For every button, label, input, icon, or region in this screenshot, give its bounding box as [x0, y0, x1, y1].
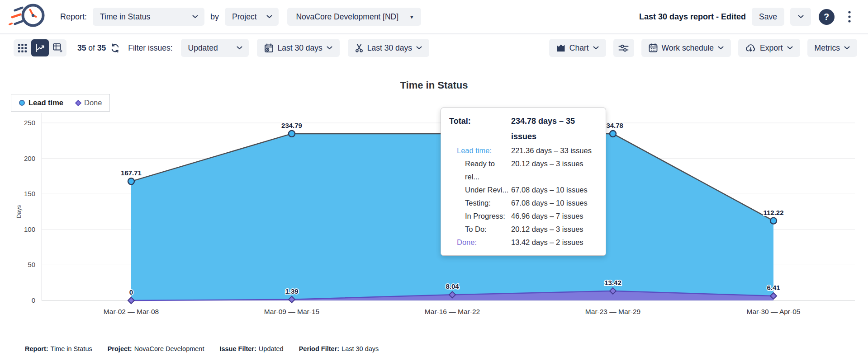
count-current: 35 — [77, 43, 86, 52]
svg-text:100: 100 — [24, 225, 35, 233]
svg-text:200: 200 — [24, 155, 35, 162]
footer-project: Project:NovaCore Development — [108, 345, 204, 352]
chevron-down-icon — [192, 15, 198, 19]
done-marker-icon — [75, 99, 81, 106]
svg-text:50: 50 — [28, 261, 35, 268]
kebab-menu-icon — [848, 11, 851, 23]
svg-text:112.22: 112.22 — [763, 209, 783, 216]
svg-text:Mar-23 — Mar-29: Mar-23 — Mar-29 — [585, 308, 640, 315]
svg-text:150: 150 — [24, 190, 35, 197]
chevron-down-icon — [718, 46, 724, 50]
chevron-down-icon — [266, 15, 272, 19]
tooltip-value: 46.96 days – 7 issues — [511, 210, 598, 223]
tooltip-value: 221.36 days – 33 issues — [511, 144, 598, 157]
tooltip-row-in-progress: In Progress: 46.96 days – 7 issues — [449, 210, 598, 223]
tooltip-label: Done: — [449, 236, 511, 249]
project-value: NovaCore Development [ND] — [296, 12, 398, 22]
chart-type-value: Chart — [569, 43, 589, 53]
export-value: Export — [760, 43, 783, 53]
app-root: Report: Time in Status by Project NovaCo… — [0, 0, 868, 361]
tooltip-value: 20.12 days – 3 issues — [511, 157, 598, 183]
refresh-icon — [110, 43, 120, 53]
chart-settings-button[interactable] — [613, 39, 634, 57]
tooltip-value: 20.12 days – 3 issues — [511, 223, 598, 236]
tooltip-value: 67.08 days – 10 issues — [511, 183, 598, 197]
chevron-down-icon — [844, 46, 850, 50]
tooltip-label: Ready to rel... — [449, 157, 511, 183]
chart-type-select[interactable]: Chart — [549, 39, 606, 57]
legend-item-done[interactable]: Done — [76, 98, 102, 107]
footer-issue-filter: Issue Filter:Updated — [219, 345, 283, 352]
tooltip-label: Testing: — [449, 197, 511, 210]
footer-label: Project: — [108, 345, 132, 352]
question-mark-icon: ? — [819, 9, 835, 25]
triangle-down-icon: ▾ — [410, 14, 413, 20]
tooltip-row-ready-to-release: Ready to rel... 20.12 days – 3 issues — [449, 157, 598, 183]
issue-filter-value: Updated — [188, 43, 218, 53]
tooltip-row-to-do: To Do: 20.12 days – 3 issues — [449, 223, 598, 236]
svg-text:Days: Days — [15, 205, 22, 218]
work-schedule-select[interactable]: Work schedule — [641, 39, 731, 57]
svg-text:8.04: 8.04 — [446, 282, 459, 290]
chart-view-button[interactable] — [31, 39, 49, 56]
svg-text:234.79: 234.79 — [281, 122, 302, 129]
view-switcher — [14, 39, 66, 56]
issue-filter-select[interactable]: Updated — [181, 39, 249, 57]
help-button[interactable]: ? — [817, 8, 836, 26]
lead-time-marker-icon — [19, 100, 25, 106]
sliders-icon — [618, 44, 629, 52]
svg-text:1.39: 1.39 — [285, 287, 298, 295]
save-button[interactable]: Save — [752, 8, 784, 26]
tooltip-label: Under Revi... — [449, 183, 511, 197]
time-in-status-chart[interactable]: 050100150200250DaysMar-02 — Mar-08Mar-09… — [0, 95, 868, 330]
group-by-select[interactable]: Project — [225, 8, 279, 26]
footer-value: Updated — [259, 345, 284, 352]
scissors-icon — [355, 43, 363, 52]
list-view-button[interactable] — [14, 39, 31, 56]
group-by-value: Project — [232, 12, 256, 22]
report-type-select[interactable]: Time in Status — [93, 8, 204, 26]
chevron-down-icon — [787, 46, 793, 50]
period-filter-select[interactable]: Last 30 days — [257, 39, 340, 57]
footer-value: Time in Status — [51, 345, 92, 352]
footer-report: Report:Time in Status — [25, 345, 92, 352]
save-options-button[interactable] — [790, 8, 811, 26]
tooltip-label: Lead time: — [449, 144, 511, 157]
chevron-down-icon — [798, 15, 804, 19]
tooltip-row-testing: Testing: 67.08 days – 10 issues — [449, 197, 598, 210]
tooltip-value: 67.08 days – 10 issues — [511, 197, 598, 210]
footer-label: Period Filter: — [299, 345, 339, 352]
report-label: Report: — [60, 12, 87, 22]
pivot-view-button[interactable] — [49, 39, 66, 56]
footer-value: NovaCore Development — [134, 345, 204, 352]
chart-legend: Lead time Done — [11, 94, 110, 112]
count-of: of — [88, 43, 95, 52]
tooltip-value: 13.42 days – 2 issues — [511, 236, 598, 249]
svg-text:0: 0 — [129, 288, 133, 296]
export-select[interactable]: Export — [738, 39, 800, 57]
calendar-clock-icon — [264, 43, 274, 53]
grid-view-icon — [18, 44, 27, 52]
trim-period-select[interactable]: Last 30 days — [348, 39, 429, 57]
metrics-value: Metrics — [815, 43, 840, 53]
project-select[interactable]: NovaCore Development [ND] ▾ — [287, 8, 421, 26]
metrics-select[interactable]: Metrics — [807, 39, 857, 57]
legend-item-lead-time[interactable]: Lead time — [19, 98, 63, 107]
svg-text:167.71: 167.71 — [121, 169, 142, 177]
issue-count: 35 of 35 — [77, 43, 106, 53]
svg-text:Mar-02 — Mar-08: Mar-02 — Mar-08 — [104, 308, 159, 315]
tooltip-value: 234.78 days – 35 issues — [511, 113, 598, 144]
footer-label: Report: — [25, 345, 48, 352]
svg-text:0: 0 — [32, 296, 35, 304]
refresh-button[interactable] — [110, 43, 120, 53]
tooltip-label: To Do: — [449, 223, 511, 236]
tooltip-row-done: Done: 13.42 days – 2 issues — [449, 236, 598, 249]
chevron-down-icon — [237, 46, 242, 50]
toolbar-right-group: Chart Work schedule — [549, 39, 857, 57]
more-menu-button[interactable] — [842, 8, 857, 26]
legend-done-label: Done — [84, 98, 102, 107]
cloud-export-icon — [745, 44, 756, 52]
count-total: 35 — [97, 43, 106, 52]
chevron-down-icon — [416, 46, 422, 50]
chart-tooltip: Total: 234.78 days – 35 issues Lead time… — [441, 108, 606, 256]
